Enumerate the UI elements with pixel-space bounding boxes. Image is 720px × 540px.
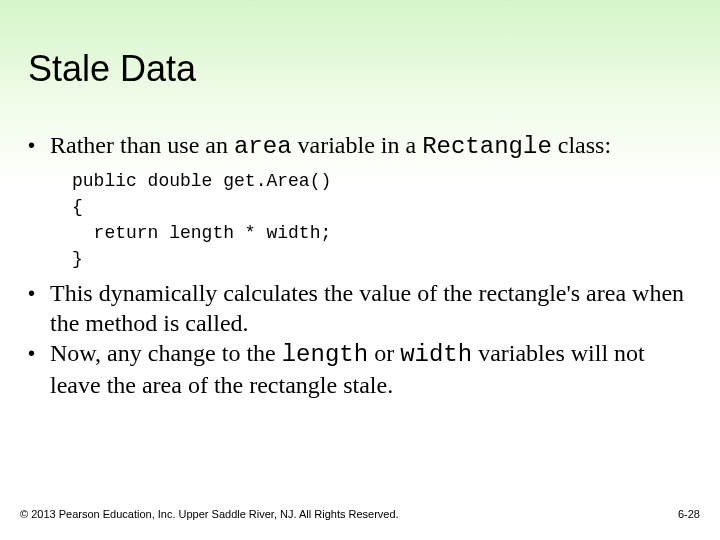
bullet-dot-icon: •: [28, 130, 50, 160]
bullet-3-code-width: width: [400, 341, 472, 368]
code-line-3: return length * width;: [72, 223, 331, 243]
bullet-1-code-rectangle: Rectangle: [422, 133, 552, 160]
bullet-1-code-area: area: [234, 133, 292, 160]
bullet-1-text: Rather than use an area variable in a Re…: [50, 130, 692, 162]
bullet-dot-icon: •: [28, 278, 50, 308]
code-line-4: }: [72, 249, 83, 269]
code-block: public double get.Area() { return length…: [72, 168, 692, 272]
bullet-3-code-length: length: [282, 341, 368, 368]
footer-page-number: 6-28: [678, 508, 700, 520]
bullet-1-mid: variable in a: [292, 132, 423, 158]
bullet-2: • This dynamically calculates the value …: [28, 278, 692, 338]
slide-content: • Rather than use an area variable in a …: [28, 130, 692, 400]
bullet-3-text: Now, any change to the length or width v…: [50, 338, 692, 400]
bullet-dot-icon: •: [28, 338, 50, 368]
bullet-3-pre: Now, any change to the: [50, 340, 282, 366]
code-line-2: {: [72, 197, 83, 217]
bullet-3: • Now, any change to the length or width…: [28, 338, 692, 400]
bullet-3-mid: or: [368, 340, 400, 366]
bullet-1-pre: Rather than use an: [50, 132, 234, 158]
bullet-2-text: This dynamically calculates the value of…: [50, 278, 692, 338]
bullet-1: • Rather than use an area variable in a …: [28, 130, 692, 162]
code-line-1: public double get.Area(): [72, 171, 331, 191]
bullet-1-post: class:: [552, 132, 611, 158]
slide-title: Stale Data: [28, 48, 196, 90]
slide: Stale Data • Rather than use an area var…: [0, 0, 720, 540]
footer-copyright: © 2013 Pearson Education, Inc. Upper Sad…: [20, 508, 399, 520]
